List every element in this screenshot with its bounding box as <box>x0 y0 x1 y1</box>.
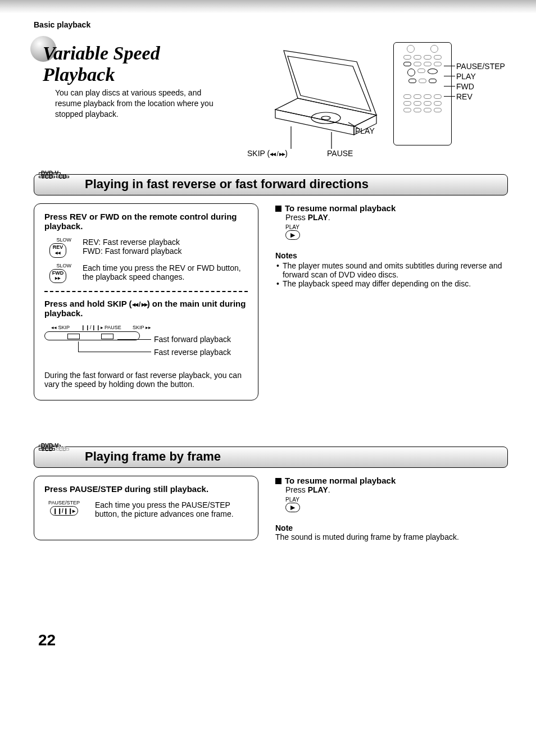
device-play-label: PLAY <box>355 126 375 135</box>
page-content: Basic playback Variable Speed Playback Y… <box>0 13 536 661</box>
section1-left-box: Press REV or FWD on the remote control d… <box>34 203 258 400</box>
resume-a: Press <box>285 213 308 222</box>
note-head-2: Note <box>275 523 508 532</box>
fwd-desc: FWD: Fast forward playback <box>83 247 182 256</box>
s2-left-head: Press PAUSE/STEP during still playback. <box>44 484 248 494</box>
section-label: Basic playback <box>34 20 508 29</box>
fwd-pill-label: FWD <box>52 270 64 276</box>
leader-line <box>117 339 151 340</box>
device-pause-label: PAUSE <box>327 149 353 158</box>
resume-head-1: To resume normal playback <box>275 203 508 213</box>
hero-row: Variable Speed Playback You can play dis… <box>34 39 508 163</box>
badge-vcd: VCD <box>39 448 55 450</box>
svg-point-6 <box>321 116 330 120</box>
pause-step-row: PAUSE/STEP ❙❙/❙❙▸ Each time you press th… <box>44 500 248 518</box>
notes-list-1: The player mutes sound and omits subtitl… <box>275 261 508 288</box>
fwd-button-icon: SLOW FWD▸▸ <box>44 263 71 284</box>
resume-a: Press <box>285 485 308 494</box>
resume-body-2: Press PLAY. <box>285 485 508 494</box>
resume-c: . <box>328 213 330 222</box>
resume-c: . <box>328 485 330 494</box>
note-item: The playback speed may differ depending … <box>275 279 508 288</box>
resume-head-2: To resume normal playback <box>275 476 508 485</box>
remote-illustration-icon <box>393 42 452 145</box>
play-icon-label: PLAY <box>285 497 508 503</box>
rev-row: SLOW REV◂◂ REV: Fast reverse playback FW… <box>44 238 248 258</box>
rev-pill-label: REV <box>53 244 63 250</box>
leader-line <box>444 96 455 97</box>
remote-play-label: PLAY <box>456 72 476 81</box>
play-button-icon-2: PLAY ▶ <box>285 497 508 512</box>
note-item: The player mutes sound and omits subtitl… <box>275 261 508 279</box>
section2-right: To resume normal playback Press PLAY. PL… <box>275 476 508 541</box>
device-diagram-area: PLAY SKIP (◂◂ / ▸▸) PAUSE PAUSE/STEP PLA… <box>236 39 508 163</box>
fwd-row: SLOW FWD▸▸ Each time you press the REV o… <box>44 263 248 284</box>
top-gradient-bar <box>0 0 536 13</box>
resume-b: PLAY <box>308 485 328 494</box>
section1-right: To resume normal playback Press PLAY. PL… <box>275 203 508 288</box>
hero-title: Variable Speed Playback <box>43 43 225 85</box>
section2-title: Playing frame by frame <box>85 449 221 463</box>
rev-pill-sym: ◂◂ <box>55 250 61 256</box>
remote-fwd-label: FWD <box>456 82 474 91</box>
resume-b: PLAY <box>308 213 328 222</box>
dashed-separator <box>44 291 248 292</box>
play-button-icon-1: PLAY ▶ <box>285 224 508 240</box>
badge-cd: CD <box>56 176 69 178</box>
hero-subtitle: You can play discs at various speeds, an… <box>55 88 225 120</box>
rev-button-icon: SLOW REV◂◂ <box>44 238 71 258</box>
play-icon-label: PLAY <box>285 224 508 230</box>
pause-step-top: PAUSE/STEP <box>44 500 84 506</box>
s1-left-head2: Press and hold SKIP (◂◂ / ▸▸) on the mai… <box>44 299 248 318</box>
fwd-pill-sym: ▸▸ <box>55 275 61 281</box>
section2-body: Press PAUSE/STEP during still playback. … <box>34 476 508 541</box>
unit-pause: ❙❙/❙❙▸ PAUSE <box>81 325 121 330</box>
player-illustration-icon <box>236 39 388 157</box>
remote-rev-label: REV <box>456 92 473 101</box>
section2-left-box: Press PAUSE/STEP during still playback. … <box>34 476 258 540</box>
fr-label: Fast reverse playback <box>154 348 231 357</box>
unit-skip-l: ◂◂ SKIP <box>51 325 70 330</box>
leader-vline <box>78 341 79 352</box>
pause-step-pill: ❙❙/❙❙▸ <box>50 506 78 516</box>
skip-suffix: ) <box>285 149 288 158</box>
hero-text: Variable Speed Playback You can play dis… <box>34 39 225 163</box>
leader-line <box>444 66 455 66</box>
speed-desc: Each time you press the REV or FWD butto… <box>83 263 248 281</box>
section2-badges: DVD-V VCDCD <box>39 445 70 450</box>
device-skip-label: SKIP (◂◂ / ▸▸) <box>247 149 288 158</box>
unit-skip-r: SKIP ▸▸ <box>133 325 151 330</box>
note-body-2: The sound is muted during frame by frame… <box>275 532 508 541</box>
head2-a: Press and hold SKIP ( <box>44 299 132 308</box>
leader-line <box>444 86 455 86</box>
head2-skip-glyph-icon: ◂◂ / ▸▸ <box>132 300 147 308</box>
section1-body: Press REV or FWD on the remote control d… <box>34 203 508 400</box>
rev-fwd-desc: REV: Fast reverse playback FWD: Fast for… <box>83 238 182 256</box>
s1-left-head1: Press REV or FWD on the remote control d… <box>44 212 248 231</box>
skip-prefix: SKIP ( <box>247 149 270 158</box>
leader-line <box>78 352 151 352</box>
leader-line <box>444 76 455 76</box>
play-pill-icon: ▶ <box>285 503 300 512</box>
ff-label: Fast forward playback <box>154 335 231 344</box>
notes-head-1: Notes <box>275 251 508 260</box>
resume-body-1: Press PLAY. <box>285 213 508 222</box>
svg-marker-3 <box>284 51 376 115</box>
page-number: 22 <box>34 631 508 649</box>
fwd-slow-label: SLOW <box>44 263 71 269</box>
section2-title-bar: DVD-V VCDCD Playing frame by frame <box>34 447 508 468</box>
section1-badges: DVD-V VCDCD <box>39 172 70 178</box>
note-text: The playback speed may differ depending … <box>283 279 471 288</box>
remote-pause-step-label: PAUSE/STEP <box>456 62 505 71</box>
section1-title-bar: DVD-V VCDCD Playing in fast reverse or f… <box>34 174 508 195</box>
badge-vcd: VCD <box>39 176 55 178</box>
rev-slow-label: SLOW <box>44 238 71 243</box>
main-unit-diagram: ◂◂ SKIP ❙❙/❙❙▸ PAUSE SKIP ▸▸ Fast forwar… <box>44 325 248 358</box>
note-text: The player mutes sound and omits subtitl… <box>283 261 508 279</box>
rev-desc: REV: Fast reverse playback <box>83 238 182 247</box>
play-pill-icon: ▶ <box>285 230 300 240</box>
badge-cd-dim: CD <box>56 448 69 450</box>
svg-marker-4 <box>288 56 371 111</box>
svg-marker-1 <box>275 110 354 135</box>
pause-step-desc: Each time you press the PAUSE/STEP butto… <box>95 500 248 518</box>
